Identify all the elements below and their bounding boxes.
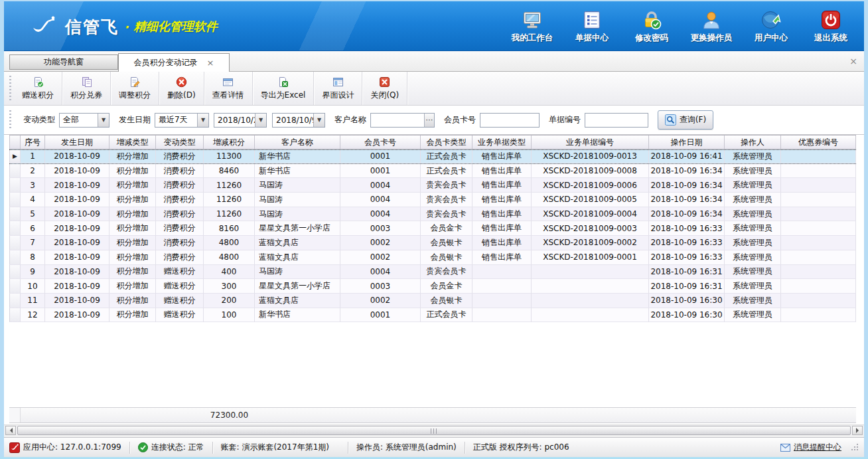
column-header[interactable]: 发生日期 [45, 136, 109, 149]
table-row[interactable]: 82018-10-09积分增加消费积分4800蓝猫文具店0002会员银卡销售出库… [9, 250, 856, 265]
query-button[interactable]: 查询(F) [658, 110, 713, 130]
table-cell: 马国涛 [255, 193, 340, 207]
table-cell: 6 [21, 221, 45, 236]
table-cell: 积分增加 [109, 308, 156, 323]
export-excel-button[interactable]: 导出为Excel [253, 72, 315, 105]
table-cell: 积分增加 [109, 164, 156, 179]
filter-bar: 变动类型 全部 ▼ 发生日期 最近7天 ▼ 2018/10/2 ▼ 2018/1… [4, 106, 864, 135]
date-to-picker[interactable]: 2018/10/9 ▼ [272, 113, 325, 128]
table-row[interactable]: 62018-10-09积分增加消费积分8160星星文具第一小学店0003会员金卡… [9, 221, 856, 236]
query-label: 查询(F) [680, 114, 706, 126]
nav-item-lock[interactable]: 修改密码 [630, 9, 673, 44]
table-row[interactable]: 72018-10-09积分增加消费积分4800蓝猫文具店0002会员银卡销售出库… [9, 236, 856, 250]
column-header[interactable]: 变动类型 [156, 136, 204, 149]
points-coupon-button[interactable]: 积分兑券 [62, 72, 111, 105]
table-cell: 系统管理员 [725, 236, 781, 250]
doc-number-input-group [585, 113, 648, 128]
table-cell: 赠送积分 [156, 294, 204, 308]
ui-design-button[interactable]: 界面设计 [314, 72, 362, 105]
chevron-down-icon[interactable]: ▼ [98, 114, 109, 127]
toolbar-drag-handle[interactable] [9, 76, 11, 101]
message-center-link[interactable]: 消息提醒中心 [794, 442, 841, 453]
nav-item-label: 修改密码 [635, 33, 668, 44]
scrollbar-thumb[interactable] [17, 426, 851, 435]
monitor-icon [522, 9, 543, 31]
chevron-down-icon[interactable]: ▼ [197, 114, 208, 127]
change-type-select[interactable]: 全部 ▼ [59, 113, 109, 128]
column-header[interactable]: 业务单据编号 [532, 136, 649, 149]
tab-member-points-record[interactable]: 会员积分变动记录 × [118, 53, 230, 72]
column-header[interactable]: 优惠券编号 [781, 136, 856, 149]
table-row[interactable]: 22018-10-09积分增加消费积分8460新华书店0001正式会员卡销售出库… [9, 164, 856, 179]
table-cell: 11 [21, 294, 45, 308]
table-cell: 0001 [340, 164, 421, 179]
nav-item-user[interactable]: 更换操作员 [690, 9, 733, 44]
column-header[interactable]: 会员卡号 [340, 136, 421, 149]
adjust-points-button[interactable]: 调整积分 [111, 72, 159, 105]
table-cell: 会员银卡 [421, 294, 472, 308]
table-cell: 系统管理员 [725, 265, 781, 280]
row-indicator-cell [9, 164, 21, 179]
tabstrip-close-icon[interactable]: × [849, 56, 857, 66]
table-cell [781, 207, 856, 222]
column-header[interactable]: 会员卡类型 [421, 136, 472, 149]
table-row[interactable]: 122018-10-09积分增加赠送积分100新华书店0001正式会员卡2018… [9, 308, 856, 323]
nav-item-globe[interactable]: 用户中心 [750, 9, 792, 44]
table-cell: 2018-10-09 16:34 [649, 193, 725, 207]
tab-close-icon[interactable]: × [207, 58, 214, 67]
table-cell [781, 236, 856, 250]
table-row[interactable]: ▶12018-10-09积分增加消费积分11300新华书店0001正式会员卡销售… [9, 149, 856, 164]
export-excel-icon [277, 76, 289, 88]
column-header[interactable]: 客户名称 [255, 136, 340, 149]
resize-grip-icon[interactable] [851, 444, 859, 451]
table-cell: 2018-10-09 16:34 [649, 164, 725, 179]
app-center-logo-icon [9, 442, 20, 453]
column-header[interactable]: 序号 [21, 136, 45, 149]
delete-button[interactable]: 删除(D) [159, 72, 204, 105]
column-header[interactable]: 操作日期 [649, 136, 725, 149]
table-cell: 系统管理员 [725, 221, 781, 236]
filterbar-drag-handle[interactable] [9, 110, 11, 130]
customer-input[interactable] [371, 114, 424, 127]
table-cell: 积分增加 [109, 178, 156, 193]
table-cell: 0002 [340, 250, 421, 265]
nav-item-monitor[interactable]: 我的工作台 [511, 9, 553, 44]
table-cell: 销售出库单 [472, 164, 532, 179]
doc-number-input[interactable] [585, 114, 648, 127]
table-row[interactable]: 112018-10-09积分增加赠送积分200蓝猫文具店0002会员银卡2018… [9, 294, 856, 308]
table-cell: 系统管理员 [725, 207, 781, 222]
nav-item-list[interactable]: 单据中心 [571, 9, 613, 44]
chevron-down-icon[interactable]: ▼ [255, 114, 266, 127]
card-number-input[interactable] [480, 114, 539, 127]
table-row[interactable]: 32018-10-09积分增加消费积分11260马国涛0004贵宾会员卡销售出库… [9, 178, 856, 193]
close-button[interactable]: 关闭(Q) [362, 72, 407, 105]
horizontal-scrollbar[interactable] [4, 424, 864, 435]
ellipsis-button[interactable]: ⋯ [424, 114, 434, 127]
row-indicator-cell [9, 193, 21, 207]
table-cell [472, 279, 532, 294]
table-row[interactable]: 42018-10-09积分增加消费积分11260马国涛0004贵宾会员卡销售出库… [9, 193, 856, 207]
column-header[interactable]: 业务单据类型 [472, 136, 532, 149]
column-header[interactable]: 增减类型 [109, 136, 156, 149]
scroll-left-arrow[interactable] [5, 426, 16, 435]
view-details-button[interactable]: 查看详情 [204, 72, 253, 105]
column-header[interactable]: 操作人 [725, 136, 781, 149]
table-cell: 11300 [204, 150, 255, 163]
records-table: 序号发生日期增减类型变动类型增减积分客户名称会员卡号会员卡类型业务单据类型业务单… [9, 135, 856, 322]
table-row[interactable]: 92018-10-09积分增加赠送积分400马国涛0004贵宾会员卡2018-1… [9, 265, 856, 280]
chevron-down-icon[interactable]: ▼ [313, 114, 325, 127]
column-header[interactable]: 增减积分 [204, 136, 255, 149]
table-row[interactable]: 102018-10-09积分增加赠送积分300星星文具第一小学店0003会员金卡… [9, 279, 856, 294]
date-from-picker[interactable]: 2018/10/2 ▼ [214, 113, 267, 128]
table-row[interactable]: 52018-10-09积分增加消费积分11260马国涛0004贵宾会员卡销售出库… [9, 207, 856, 222]
date-range-select[interactable]: 最近7天 ▼ [155, 113, 209, 128]
nav-item-power[interactable]: 退出系统 [810, 9, 852, 44]
table-cell [472, 265, 532, 280]
table-cell: 系统管理员 [725, 193, 781, 207]
change-type-label: 变动类型 [23, 114, 55, 126]
message-center[interactable]: 消息提醒中心 [780, 442, 859, 453]
tab-function-nav[interactable]: 功能导航窗 [9, 54, 118, 70]
table-cell: 400 [204, 265, 255, 280]
scroll-right-arrow[interactable] [852, 426, 863, 435]
gift-points-button[interactable]: 赠送积分 [14, 72, 62, 105]
